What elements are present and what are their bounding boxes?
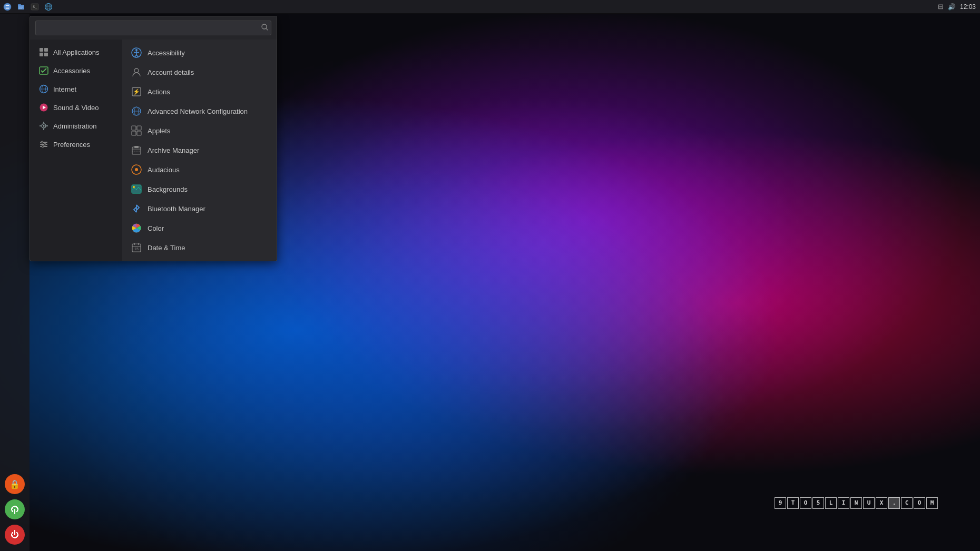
search-input[interactable] xyxy=(35,21,271,35)
date-time-app-icon: 15 xyxy=(131,242,142,253)
files-manager-icon[interactable] xyxy=(15,1,27,13)
svg-text:$_: $_ xyxy=(33,5,37,9)
terminal-icon[interactable]: $_ xyxy=(28,1,41,13)
search-bar xyxy=(30,16,277,40)
taskbar-left: ☰ $_ xyxy=(0,1,55,13)
app-label-accessibility: Accessibility xyxy=(148,49,185,57)
svg-rect-54 xyxy=(132,147,141,154)
svg-text:☰: ☰ xyxy=(5,5,9,10)
accessibility-app-icon xyxy=(131,47,142,58)
logout-button[interactable]: ⏻ xyxy=(5,499,25,519)
sidebar-label-preferences: Preferences xyxy=(53,141,90,149)
actions-app-icon: ⚡ xyxy=(131,86,142,97)
app-label-backgrounds: Backgrounds xyxy=(148,185,188,193)
svg-rect-18 xyxy=(40,53,43,56)
app-menu: All Applications Accessories Internet So… xyxy=(30,16,277,261)
svg-text:⚡: ⚡ xyxy=(133,88,140,95)
app-item-desklets[interactable]: Desklets xyxy=(125,258,273,261)
svg-line-15 xyxy=(266,28,268,30)
color-app-icon xyxy=(131,222,142,234)
svg-rect-52 xyxy=(132,131,136,135)
sidebar-item-accessories[interactable]: Accessories xyxy=(32,62,120,80)
archive-manager-app-icon xyxy=(131,144,142,156)
app-label-date-time: Date & Time xyxy=(148,244,185,252)
volume-icon: 🔊 xyxy=(948,3,956,11)
audacious-app-icon xyxy=(131,164,142,175)
accessories-icon xyxy=(38,65,49,76)
svg-point-35 xyxy=(41,141,43,143)
all-applications-icon xyxy=(38,47,49,57)
app-item-color[interactable]: Color xyxy=(125,219,273,238)
app-item-audacious[interactable]: Audacious xyxy=(125,160,273,179)
app-label-archive-manager: Archive Manager xyxy=(148,146,199,154)
svg-rect-4 xyxy=(19,6,23,6)
network-icon: ⊟ xyxy=(938,3,944,11)
search-wrap xyxy=(35,21,271,35)
svg-text:15: 15 xyxy=(134,247,139,251)
svg-rect-53 xyxy=(137,131,141,135)
sidebar-item-all-applications[interactable]: All Applications xyxy=(32,43,120,61)
sidebar-label-all-applications: All Applications xyxy=(53,48,99,56)
menu-sidebar: All Applications Accessories Internet So… xyxy=(30,40,122,261)
sidebar-label-administration: Administration xyxy=(53,122,96,130)
svg-rect-51 xyxy=(137,126,141,130)
svg-rect-3 xyxy=(18,4,21,5)
dock: 🔒 ⏻ ⏻ xyxy=(0,14,30,551)
app-label-bluetooth-manager: Bluetooth Manager xyxy=(148,205,205,213)
app-item-advanced-network[interactable]: Advanced Network Configuration xyxy=(125,102,273,121)
app-label-actions: Actions xyxy=(148,88,170,96)
sidebar-label-internet: Internet xyxy=(53,85,76,93)
menu-content: AccessibilityAccount details⚡ActionsAdva… xyxy=(122,40,277,261)
svg-rect-50 xyxy=(132,126,136,130)
svg-point-27 xyxy=(43,125,45,127)
svg-point-59 xyxy=(135,168,138,171)
account-details-app-icon xyxy=(131,66,142,78)
administration-icon xyxy=(38,121,49,131)
app-label-account-details: Account details xyxy=(148,68,194,76)
app-label-audacious: Audacious xyxy=(148,166,180,174)
app-item-backgrounds[interactable]: Backgrounds xyxy=(125,180,273,199)
svg-rect-16 xyxy=(40,48,43,52)
app-item-accessibility[interactable]: Accessibility xyxy=(125,43,273,62)
app-label-advanced-network: Advanced Network Configuration xyxy=(148,107,248,115)
sidebar-label-sound-video: Sound & Video xyxy=(53,104,99,112)
app-item-account-details[interactable]: Account details xyxy=(125,63,273,82)
svg-rect-17 xyxy=(44,48,48,52)
advanced-network-app-icon xyxy=(131,105,142,117)
browser-icon[interactable] xyxy=(42,1,55,13)
app-item-applets[interactable]: Applets xyxy=(125,121,273,140)
whisker-menu-icon[interactable]: ☰ xyxy=(1,1,14,13)
backgrounds-app-icon xyxy=(131,183,142,195)
svg-point-61 xyxy=(133,186,135,188)
app-label-color: Color xyxy=(148,224,164,232)
svg-point-39 xyxy=(135,49,138,51)
svg-point-36 xyxy=(44,143,46,145)
app-item-bluetooth-manager[interactable]: Bluetooth Manager xyxy=(125,199,273,218)
app-item-archive-manager[interactable]: Archive Manager xyxy=(125,141,273,160)
lock-button[interactable]: 🔒 xyxy=(5,474,25,494)
svg-rect-5 xyxy=(19,7,23,7)
taskbar-right: ⊟ 🔊 12:03 xyxy=(938,3,980,11)
applets-app-icon xyxy=(131,125,142,136)
sidebar-item-administration[interactable]: Administration xyxy=(32,117,120,135)
power-button[interactable]: ⏻ xyxy=(5,525,25,545)
app-item-actions[interactable]: ⚡Actions xyxy=(125,82,273,101)
bluetooth-manager-app-icon xyxy=(131,203,142,214)
svg-point-44 xyxy=(134,68,139,73)
clock: 12:03 xyxy=(960,3,976,11)
app-label-applets: Applets xyxy=(148,127,170,135)
svg-line-43 xyxy=(136,55,138,57)
search-button[interactable] xyxy=(261,24,268,32)
svg-rect-19 xyxy=(44,53,48,56)
svg-rect-6 xyxy=(19,8,22,8)
internet-icon xyxy=(38,84,49,94)
preferences-icon xyxy=(38,139,49,150)
svg-point-37 xyxy=(42,145,44,147)
app-item-date-time[interactable]: 15Date & Time xyxy=(125,238,273,257)
sidebar-item-sound-video[interactable]: Sound & Video xyxy=(32,99,120,116)
sidebar-label-accessories: Accessories xyxy=(53,67,90,75)
watermark: 9TO5LINUX.COM xyxy=(775,497,938,509)
sidebar-item-preferences[interactable]: Preferences xyxy=(32,135,120,153)
sidebar-item-internet[interactable]: Internet xyxy=(32,80,120,98)
menu-body: All Applications Accessories Internet So… xyxy=(30,40,277,261)
